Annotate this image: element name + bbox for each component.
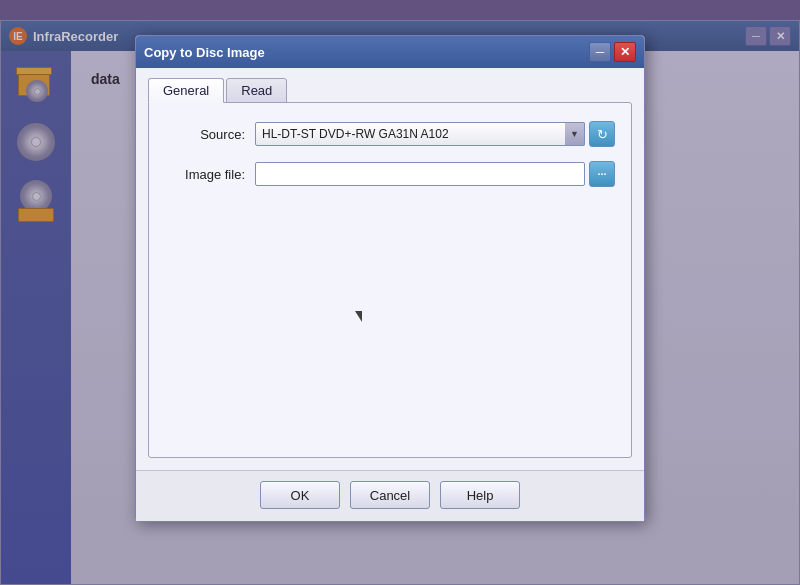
dialog-footer: OK Cancel Help <box>136 470 644 521</box>
image-browse-button[interactable]: ··· <box>589 161 615 187</box>
tab-read[interactable]: Read <box>226 78 287 103</box>
tab-general-content: Source: HL-DT-ST DVD+-RW GA31N A102 ▼ ↻ … <box>148 102 632 458</box>
dialog-titlebar: Copy to Disc Image ─ ✕ <box>136 36 644 68</box>
source-refresh-button[interactable]: ↻ <box>589 121 615 147</box>
dialog-close-button[interactable]: ✕ <box>614 42 636 62</box>
source-select-wrapper[interactable]: HL-DT-ST DVD+-RW GA31N A102 ▼ <box>255 122 585 146</box>
image-file-label: Image file: <box>165 167 245 182</box>
source-control: HL-DT-ST DVD+-RW GA31N A102 ▼ ↻ <box>255 121 615 147</box>
mouse-cursor <box>355 311 362 322</box>
dialog-titlebar-buttons: ─ ✕ <box>589 42 636 62</box>
help-button[interactable]: Help <box>440 481 520 509</box>
browse-icon: ··· <box>597 168 606 180</box>
source-select-display[interactable]: HL-DT-ST DVD+-RW GA31N A102 <box>255 122 585 146</box>
cancel-button[interactable]: Cancel <box>350 481 430 509</box>
content-area <box>165 201 615 441</box>
copy-to-disc-dialog: Copy to Disc Image ─ ✕ General Read Sour… <box>135 35 645 522</box>
dialog-minimize-button[interactable]: ─ <box>589 42 611 62</box>
image-file-row: Image file: ··· <box>165 161 615 187</box>
tab-general[interactable]: General <box>148 78 224 103</box>
image-file-input[interactable] <box>255 162 585 186</box>
dialog-title: Copy to Disc Image <box>144 45 589 60</box>
dialog-body: General Read Source: HL-DT-ST DVD+-RW GA… <box>136 68 644 470</box>
refresh-icon: ↻ <box>597 127 608 142</box>
source-row: Source: HL-DT-ST DVD+-RW GA31N A102 ▼ ↻ <box>165 121 615 147</box>
ok-button[interactable]: OK <box>260 481 340 509</box>
image-file-control: ··· <box>255 161 615 187</box>
source-select-arrow[interactable]: ▼ <box>565 122 585 146</box>
source-label: Source: <box>165 127 245 142</box>
dialog-tabs: General Read <box>148 78 632 103</box>
